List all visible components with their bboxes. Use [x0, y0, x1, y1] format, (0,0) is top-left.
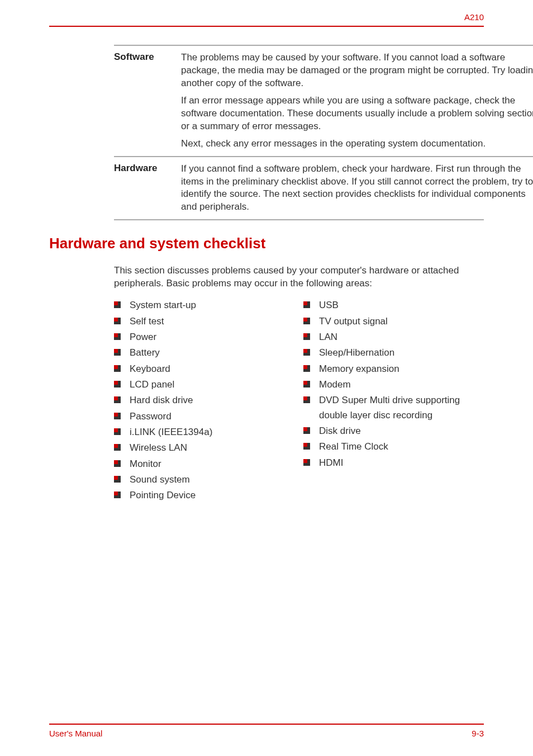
list-item: Pointing Device — [114, 488, 294, 503]
list-item-label: Wireless LAN — [130, 442, 187, 453]
list-item: i.LINK (IEEE1394a) — [114, 425, 294, 440]
list-item-label: USB — [319, 300, 339, 310]
list-item: Self test — [114, 314, 294, 329]
bullet-icon — [114, 492, 121, 498]
list-item-label: TV output signal — [319, 316, 388, 327]
bullet-icon — [303, 396, 310, 403]
list-item: DVD Super Multi drive supporting double … — [303, 393, 484, 423]
checklist-columns: System start-up Self test Power Battery … — [114, 298, 484, 504]
list-item: Modem — [303, 377, 484, 392]
list-item: Disk drive — [303, 424, 484, 438]
list-item-label: Real Time Clock — [319, 441, 388, 452]
definition-table-end — [114, 219, 484, 220]
bullet-icon — [303, 301, 310, 308]
list-item-label: i.LINK (IEEE1394a) — [130, 427, 212, 437]
list-item: Monitor — [114, 457, 294, 471]
footer-page-number: 9-3 — [472, 729, 484, 738]
checklist-list: System start-up Self test Power Battery … — [114, 298, 294, 503]
definition-term: Software — [114, 51, 181, 150]
header-divider — [49, 26, 484, 27]
list-item-label: System start-up — [130, 300, 196, 310]
bullet-icon — [114, 349, 121, 356]
bullet-icon — [303, 427, 310, 434]
paragraph: If you cannot find a software problem, c… — [181, 163, 533, 214]
bullet-icon — [303, 459, 310, 466]
list-item: Hard disk drive — [114, 393, 294, 408]
bullet-icon — [114, 444, 121, 451]
list-item-label: Hard disk drive — [130, 395, 193, 405]
list-item-label: Pointing Device — [130, 490, 196, 500]
paragraph: Next, check any error messages in the op… — [181, 138, 533, 150]
bullet-icon — [114, 381, 121, 388]
bullet-icon — [114, 318, 121, 324]
bullet-icon — [303, 381, 310, 388]
bullet-icon — [303, 443, 310, 450]
paragraph: If an error message appears while you ar… — [181, 94, 533, 133]
bullet-icon — [114, 365, 121, 372]
list-item-label: Sleep/Hibernation — [319, 347, 394, 358]
definition-term: Hardware — [114, 163, 181, 214]
bullet-icon — [114, 396, 121, 403]
list-item-label: HDMI — [319, 457, 343, 468]
footer-title: User's Manual — [49, 729, 102, 738]
list-item: LCD panel — [114, 377, 294, 392]
list-item: Sleep/Hibernation — [303, 346, 484, 360]
list-item-label: LCD panel — [130, 379, 174, 390]
list-item-label: Monitor — [130, 459, 161, 469]
list-item-label: Self test — [130, 316, 164, 327]
list-item: Real Time Clock — [303, 440, 484, 454]
list-item-label: DVD Super Multi drive supporting double … — [319, 395, 460, 420]
list-item-label: Disk drive — [319, 426, 361, 436]
list-item-label: Sound system — [130, 474, 190, 485]
list-item: TV output signal — [303, 314, 484, 329]
bullet-icon — [303, 365, 310, 372]
list-item: USB — [303, 298, 484, 313]
definition-table: Software The problems may be caused by y… — [114, 45, 533, 219]
footer-divider — [49, 724, 484, 725]
bullet-icon — [114, 413, 121, 419]
list-item: Password — [114, 409, 294, 424]
paragraph: The problems may be caused by your softw… — [181, 51, 533, 90]
checklist-column-left: System start-up Self test Power Battery … — [114, 298, 294, 504]
list-item: Wireless LAN — [114, 441, 294, 455]
bullet-icon — [303, 318, 310, 324]
checklist-column-right: USB TV output signal LAN Sleep/Hibernati… — [303, 298, 484, 504]
list-item-label: Battery — [130, 347, 160, 358]
list-item: System start-up — [114, 298, 294, 313]
list-item: Sound system — [114, 472, 294, 487]
list-item-label: Power — [130, 332, 156, 342]
bullet-icon — [114, 476, 121, 483]
checklist-list: USB TV output signal LAN Sleep/Hibernati… — [303, 298, 484, 470]
definition-row-hardware: Hardware If you cannot find a software p… — [114, 156, 533, 220]
bullet-icon — [114, 428, 121, 435]
list-item-label: LAN — [319, 332, 337, 342]
list-item-label: Memory expansion — [319, 363, 399, 374]
list-item: Power — [114, 330, 294, 344]
list-item-label: Modem — [319, 379, 351, 390]
list-item: LAN — [303, 330, 484, 344]
list-item: HDMI — [303, 456, 484, 470]
definition-description: If you cannot find a software problem, c… — [181, 163, 533, 214]
list-item-label: Password — [130, 411, 172, 422]
bullet-icon — [303, 349, 310, 356]
header-model: A210 — [464, 12, 484, 22]
definition-row-software: Software The problems may be caused by y… — [114, 45, 533, 156]
list-item: Battery — [114, 346, 294, 360]
bullet-icon — [114, 333, 121, 340]
bullet-icon — [114, 301, 121, 308]
section-intro: This section discusses problems caused b… — [114, 264, 484, 290]
list-item-label: Keyboard — [130, 363, 170, 374]
list-item: Keyboard — [114, 362, 294, 376]
bullet-icon — [114, 460, 121, 467]
bullet-icon — [303, 333, 310, 340]
list-item: Memory expansion — [303, 362, 484, 376]
definition-description: The problems may be caused by your softw… — [181, 51, 533, 150]
section-heading: Hardware and system checklist — [49, 235, 484, 252]
